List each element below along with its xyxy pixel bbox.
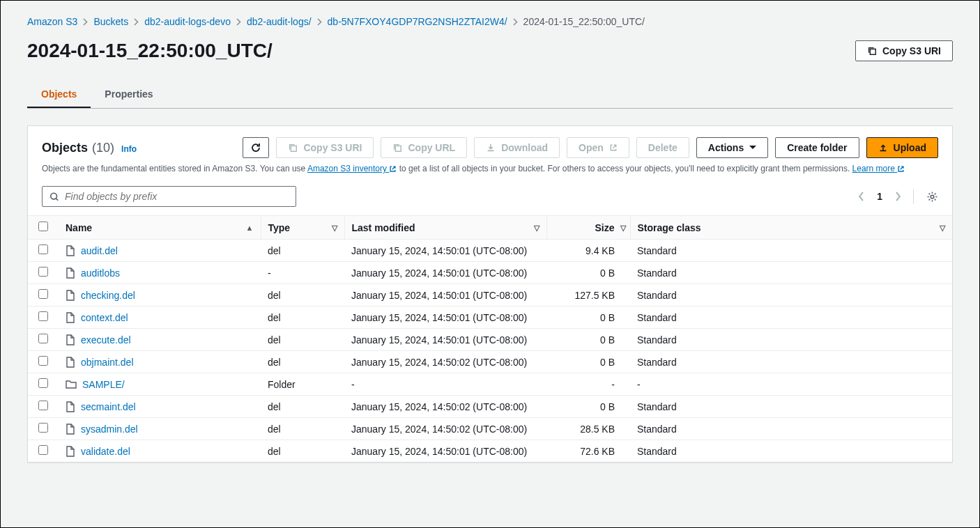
breadcrumb-separator (317, 18, 322, 26)
actions-label: Actions (708, 142, 744, 153)
table-row: audit.deldelJanuary 15, 2024, 14:50:01 (… (28, 240, 952, 262)
cell-size: 0 B (546, 329, 630, 351)
table-row: objmaint.deldelJanuary 15, 2024, 14:50:0… (28, 351, 952, 373)
tab-properties[interactable]: Properties (91, 81, 167, 108)
table-row: validate.deldelJanuary 15, 2024, 14:50:0… (28, 440, 952, 463)
cell-storage: Standard (630, 396, 952, 418)
s3-inventory-link[interactable]: Amazon S3 inventory (307, 164, 397, 173)
cell-storage: Standard (630, 351, 952, 373)
cell-storage: Standard (630, 329, 952, 351)
object-name-link[interactable]: context.del (81, 312, 128, 323)
external-link-icon (389, 165, 397, 173)
upload-button[interactable]: Upload (866, 137, 938, 158)
row-checkbox[interactable] (38, 334, 48, 343)
svg-rect-0 (870, 49, 875, 54)
col-storage[interactable]: Storage class▽ (630, 216, 952, 240)
col-name[interactable]: Name▲ (59, 216, 261, 240)
object-name-link[interactable]: sysadmin.del (81, 424, 138, 435)
learn-more-link[interactable]: Learn more (852, 164, 905, 173)
search-box[interactable] (42, 186, 296, 207)
object-count: (10) (92, 141, 114, 155)
col-size[interactable]: Size▽ (546, 216, 630, 240)
download-button[interactable]: Download (474, 137, 560, 158)
panel-title: Objects (42, 141, 88, 155)
table-row: context.deldelJanuary 15, 2024, 14:50:01… (28, 306, 952, 329)
breadcrumb-separator (513, 18, 518, 26)
breadcrumb-link[interactable]: Amazon S3 (27, 16, 77, 27)
object-name-link[interactable]: auditlobs (81, 267, 120, 279)
upload-icon (878, 143, 888, 153)
row-checkbox[interactable] (38, 311, 48, 321)
cell-modified: January 15, 2024, 14:50:02 (UTC-08:00) (344, 351, 546, 373)
cell-storage: Standard (630, 440, 952, 463)
copy-s3-label: Copy S3 URI (303, 142, 362, 153)
cell-modified: January 15, 2024, 14:50:01 (UTC-08:00) (344, 440, 546, 463)
row-checkbox[interactable] (38, 289, 48, 299)
cell-type: - (261, 262, 344, 284)
row-checkbox[interactable] (38, 445, 48, 455)
row-checkbox[interactable] (38, 267, 48, 277)
breadcrumb-current: 2024-01-15_22:50:00_UTC/ (523, 16, 645, 27)
row-checkbox[interactable] (38, 401, 48, 410)
table-row: SAMPLE/Folder--- (28, 373, 952, 396)
copy-s3-uri-button[interactable]: Copy S3 URI (855, 40, 953, 61)
cell-modified: January 15, 2024, 14:50:01 (UTC-08:00) (344, 329, 546, 351)
object-name-link[interactable]: checking.del (81, 290, 135, 301)
create-folder-button[interactable]: Create folder (775, 137, 859, 158)
row-checkbox[interactable] (38, 356, 48, 366)
delete-button[interactable]: Delete (636, 137, 689, 158)
prev-page[interactable] (859, 192, 864, 201)
cell-size: 72.6 KB (546, 440, 630, 463)
table-row: sysadmin.deldelJanuary 15, 2024, 14:50:0… (28, 418, 952, 440)
breadcrumb-link[interactable]: db2-audit-logs/ (247, 16, 312, 27)
cell-size: 0 B (546, 262, 630, 284)
info-link[interactable]: Info (121, 144, 137, 154)
col-type[interactable]: Type▽ (261, 216, 344, 240)
table-row: auditlobs-January 15, 2024, 14:50:01 (UT… (28, 262, 952, 284)
select-all-checkbox[interactable] (38, 222, 48, 231)
object-name-link[interactable]: secmaint.del (81, 401, 136, 412)
objects-table: Name▲ Type▽ Last modified▽ Size▽ Storage… (28, 215, 952, 462)
breadcrumb-link[interactable]: db-5N7FXOY4GDP7RG2NSH2ZTAI2W4/ (328, 16, 507, 27)
cell-storage: Standard (630, 418, 952, 440)
next-page[interactable] (895, 192, 901, 201)
search-icon (49, 192, 59, 202)
file-icon (66, 446, 75, 457)
filter-icon: ▽ (940, 223, 945, 232)
row-checkbox[interactable] (38, 244, 48, 254)
breadcrumb-link[interactable]: Buckets (93, 16, 128, 27)
search-input[interactable] (65, 191, 289, 202)
cell-storage: Standard (630, 262, 952, 284)
cell-storage: Standard (630, 240, 952, 262)
copy-url-label: Copy URL (408, 142, 455, 153)
actions-dropdown[interactable]: Actions (696, 137, 768, 158)
row-checkbox[interactable] (38, 378, 48, 388)
open-button[interactable]: Open (567, 137, 629, 158)
download-label: Download (501, 142, 548, 153)
cell-type: del (261, 351, 344, 373)
tab-objects[interactable]: Objects (27, 81, 91, 108)
row-checkbox[interactable] (38, 423, 48, 433)
object-name-link[interactable]: objmaint.del (81, 357, 134, 368)
copy-url-button[interactable]: Copy URL (381, 137, 467, 158)
object-name-link[interactable]: execute.del (81, 334, 131, 345)
object-name-link[interactable]: audit.del (81, 245, 118, 256)
settings-button[interactable] (926, 191, 938, 203)
objects-panel: Objects (10) Info Copy S3 URI Copy URL (27, 125, 953, 463)
object-name-link[interactable]: SAMPLE/ (82, 379, 125, 390)
copy-s3-uri-button-toolbar[interactable]: Copy S3 URI (276, 137, 374, 158)
breadcrumb-link[interactable]: db2-audit-logs-devo (144, 16, 231, 27)
breadcrumb-separator (236, 18, 241, 26)
cell-type: Folder (261, 373, 344, 396)
copy-icon (392, 143, 402, 153)
page-number: 1 (877, 191, 882, 202)
cell-type: del (261, 329, 344, 351)
cell-type: del (261, 440, 344, 463)
folder-icon (66, 380, 77, 389)
download-icon (486, 143, 496, 153)
refresh-button[interactable] (243, 137, 269, 158)
col-modified[interactable]: Last modified▽ (344, 216, 546, 240)
breadcrumb: Amazon S3Bucketsdb2-audit-logs-devodb2-a… (27, 16, 953, 27)
object-name-link[interactable]: validate.del (81, 446, 130, 457)
cell-modified: January 15, 2024, 14:50:01 (UTC-08:00) (344, 262, 546, 284)
